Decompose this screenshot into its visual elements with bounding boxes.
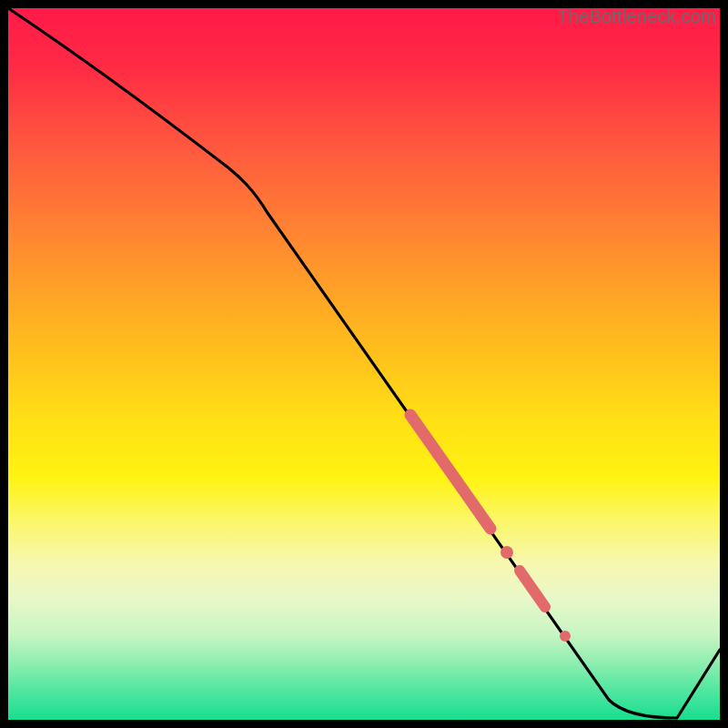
bottleneck-curve xyxy=(8,8,720,718)
marker-segment-2 xyxy=(520,571,545,607)
chart-frame: TheBottleneck.com xyxy=(8,8,720,720)
marker-dot-1 xyxy=(500,546,513,559)
marker-segment-1 xyxy=(410,415,490,529)
chart-svg xyxy=(8,8,720,720)
marker-dot-2 xyxy=(560,631,571,642)
watermark-text: TheBottleneck.com xyxy=(557,6,716,27)
